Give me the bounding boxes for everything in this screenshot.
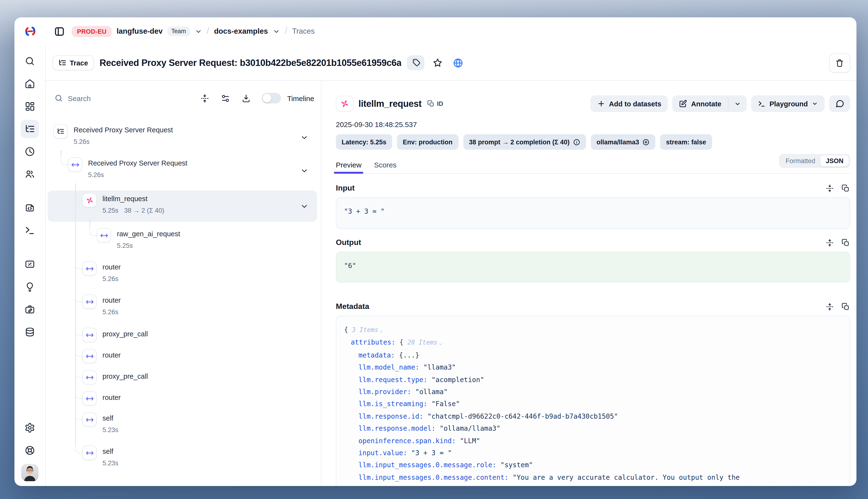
- token-usage-badge[interactable]: 38 prompt → 2 completion (Σ 40): [463, 134, 586, 150]
- download-button[interactable]: [239, 91, 254, 105]
- tree-row-raw-gen-ai-request[interactable]: raw_gen_ai_request 5.25s: [48, 228, 317, 255]
- nav-sessions[interactable]: [21, 143, 39, 161]
- collapse-section-button[interactable]: [825, 238, 834, 247]
- tree-row-router[interactable]: router 5.26s: [48, 261, 317, 288]
- tree-row-duration: 5.26s: [74, 138, 173, 145]
- json-line[interactable]: llm.input_messages.0.message.role: "syst…: [344, 459, 842, 472]
- user-avatar[interactable]: [21, 464, 38, 481]
- environment-badge: Env: production: [397, 134, 458, 150]
- collapse-all-button[interactable]: [198, 91, 212, 105]
- nav-home[interactable]: [21, 75, 39, 93]
- tab-scores[interactable]: Scores: [374, 161, 396, 169]
- langfuse-app-window: PROD-EU langfuse-dev Team / docs-example…: [14, 17, 856, 486]
- environment-badge[interactable]: PROD-EU: [72, 26, 112, 37]
- collapse-section-button[interactable]: [825, 183, 834, 193]
- tree-row-duration: 5.23s: [102, 426, 118, 434]
- tree-row-proxy-pre-call[interactable]: proxy_pre_call: [48, 328, 317, 342]
- json-line[interactable]: llm.response.id: "chatcmpl-d96622c0-c642…: [344, 411, 842, 423]
- tree-row-self[interactable]: self 5.23s: [48, 412, 317, 439]
- tag-button[interactable]: [407, 55, 425, 70]
- copy-section-button[interactable]: [841, 302, 850, 311]
- trace-title: Received Proxy Server Request: b3010b422…: [100, 58, 402, 68]
- input-value-box[interactable]: "3 + 3 = ": [336, 197, 850, 229]
- nav-search[interactable]: [21, 52, 39, 70]
- tree-search-input[interactable]: [68, 94, 192, 102]
- tree-row-trace-root[interactable]: Received Proxy Server Request 5.26s: [48, 124, 317, 151]
- nav-datasets[interactable]: [21, 323, 39, 341]
- chevron-down-icon[interactable]: ⌄: [439, 340, 442, 346]
- trace-type-chip[interactable]: Trace: [52, 55, 94, 70]
- chevron-down-icon[interactable]: [300, 167, 308, 175]
- json-line[interactable]: llm.input_messages.0.message.content: "Y…: [344, 472, 842, 484]
- metadata-json-viewer[interactable]: {3 Items⌄ attributes: {20 Items⌄ metadat…: [336, 316, 850, 486]
- avatar-image: [21, 464, 38, 481]
- copy-section-button[interactable]: [841, 183, 850, 193]
- timeline-toggle[interactable]: [262, 93, 281, 104]
- tree-row-litellm-request-selected[interactable]: litellm_request 5.25s38 → 2 (Σ 40): [48, 191, 317, 222]
- langfuse-logo[interactable]: [14, 25, 46, 38]
- json-line[interactable]: llm.provider: "ollama": [344, 386, 842, 398]
- copy-id-button[interactable]: ID: [427, 100, 443, 107]
- org-chevron-down-icon[interactable]: [195, 28, 202, 35]
- annotate-dropdown-button[interactable]: [729, 95, 747, 112]
- project-chevron-down-icon[interactable]: [273, 28, 280, 35]
- add-to-datasets-button[interactable]: Add to datasets: [590, 95, 668, 112]
- nav-dashboards[interactable]: [21, 97, 39, 115]
- copy-section-button[interactable]: [841, 238, 850, 247]
- playground-button[interactable]: Playground: [751, 95, 825, 112]
- fold-vertical-icon: [200, 94, 209, 103]
- json-line[interactable]: llm.request.type: "acompletion": [344, 374, 842, 386]
- json-line[interactable]: {3 Items⌄: [344, 324, 842, 337]
- json-line[interactable]: llm.is_streaming: "False": [344, 398, 842, 411]
- nav-users[interactable]: [21, 165, 39, 183]
- tag-icon: [412, 58, 420, 68]
- toggle-json[interactable]: JSON: [820, 156, 849, 167]
- tree-row-self[interactable]: self 5.23s: [48, 446, 317, 473]
- nav-settings[interactable]: [21, 419, 39, 437]
- annotate-button[interactable]: Annotate: [672, 95, 728, 112]
- model-badge[interactable]: ollama/llama3: [591, 134, 655, 150]
- delete-trace-button[interactable]: [829, 53, 850, 72]
- gear-icon: [25, 423, 35, 433]
- nav-support[interactable]: [21, 441, 39, 460]
- json-line[interactable]: llm.model_name: "llama3": [344, 361, 842, 374]
- tree-row-received-proxy[interactable]: Received Proxy Server Request 5.26s: [48, 157, 317, 184]
- project-name[interactable]: docs-examples: [214, 27, 268, 36]
- chevron-down-icon[interactable]: [300, 202, 308, 210]
- json-line[interactable]: input.value: "3 + 3 = ": [344, 447, 842, 459]
- chevron-down-icon[interactable]: ⌄: [380, 327, 383, 333]
- breadcrumb-section[interactable]: Traces: [292, 27, 315, 36]
- public-link-button[interactable]: [451, 55, 466, 70]
- nav-evaluators[interactable]: [21, 278, 39, 296]
- nav-annotation[interactable]: [21, 300, 39, 318]
- tree-settings-button[interactable]: [218, 91, 233, 105]
- span-icon: [82, 328, 97, 342]
- tree-row-router[interactable]: router: [48, 391, 317, 406]
- tree-row-router[interactable]: router: [48, 349, 317, 363]
- json-line[interactable]: metadata: {...}: [344, 349, 842, 362]
- collapse-section-button[interactable]: [825, 302, 834, 311]
- json-line[interactable]: attributes: {20 Items⌄: [344, 337, 842, 349]
- json-line[interactable]: llm.response.model: "ollama/llama3": [344, 423, 842, 435]
- sidebar-toggle-button[interactable]: [51, 24, 67, 39]
- nav-prompts[interactable]: [21, 199, 39, 217]
- comments-button[interactable]: [829, 95, 850, 112]
- nav-playground[interactable]: [21, 221, 39, 240]
- fold-vertical-icon: [826, 184, 834, 192]
- tree-search[interactable]: [54, 93, 192, 103]
- observation-badges: Latency: 5.25s Env: production 38 prompt…: [336, 134, 850, 150]
- span-icon: [82, 294, 97, 309]
- chevron-down-icon[interactable]: [300, 134, 308, 142]
- favorite-button[interactable]: [430, 55, 445, 70]
- org-name[interactable]: langfuse-dev: [117, 27, 163, 36]
- plus-icon: [597, 100, 605, 108]
- tree-row-proxy-pre-call[interactable]: proxy_pre_call: [48, 370, 317, 385]
- tree-row-router[interactable]: router 5.26s: [48, 294, 317, 321]
- nav-scores[interactable]: [21, 255, 39, 273]
- output-value-box[interactable]: "6": [336, 252, 850, 282]
- tab-preview[interactable]: Preview: [336, 161, 362, 169]
- json-line[interactable]: openinference.span.kind: "LLM": [344, 435, 842, 447]
- toggle-formatted[interactable]: Formatted: [780, 156, 820, 167]
- toggle-knob: [263, 94, 271, 102]
- nav-tracing[interactable]: [21, 120, 39, 138]
